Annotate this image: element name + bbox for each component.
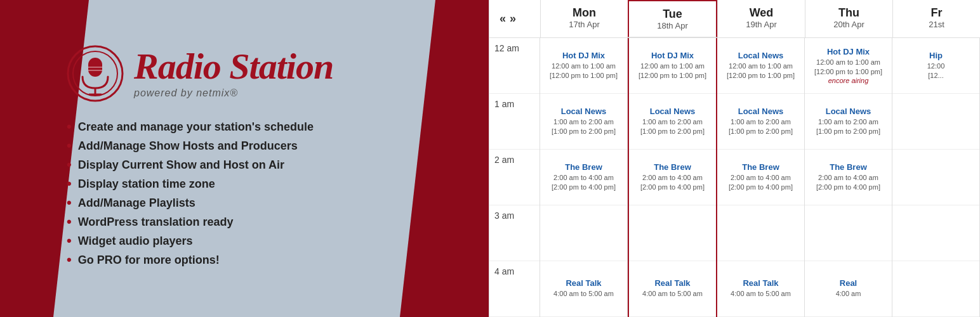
- cell-tue-2am: The Brew 2:00 am to 4:00 am [2:00 pm to …: [629, 150, 716, 205]
- show-title: Local News: [561, 107, 607, 116]
- time-3am: 3 am: [489, 205, 540, 261]
- time-12am: 12 am: [489, 38, 540, 94]
- cell-fri-1am: [892, 94, 979, 150]
- day-date-thu: 20th Apr: [808, 20, 890, 29]
- show-time: 4:00 am to 5:00 am: [553, 289, 614, 299]
- schedule-grid: Hot DJ Mix 12:00 am to 1:00 am [12:00 pm…: [540, 38, 980, 317]
- time-4am: 4 am: [489, 261, 540, 317]
- day-date-wed: 19th Apr: [720, 20, 802, 29]
- day-date-fri: 21st: [896, 20, 977, 29]
- next-week-button[interactable]: »: [510, 12, 516, 25]
- time-column: 12 am 1 am 2 am 3 am 4 am: [489, 38, 540, 317]
- cell-tue-3am: [629, 205, 716, 261]
- cell-fri-12am: Hip 12:00 [12...: [892, 38, 979, 94]
- show-title: Hot DJ Mix: [562, 51, 605, 60]
- show-title: Local News: [738, 107, 784, 116]
- show-time: 1:00 am to 2:00 am: [553, 117, 614, 127]
- show-time-alt: [12:00 pm to 1:00 pm]: [727, 71, 795, 81]
- day-col-mon: Mon 17th Apr: [540, 0, 628, 37]
- feature-item: Display station time zone: [67, 177, 314, 191]
- cell-thu-1am: Local News 1:00 am to 2:00 am [1:00 pm t…: [805, 94, 892, 150]
- show-time: 12:00 am to 1:00 am: [816, 58, 880, 67]
- cell-fri-3am: [892, 205, 979, 261]
- show-title: Hot DJ Mix: [827, 47, 870, 56]
- cell-mon-2am: The Brew 2:00 am to 4:00 am [2:00 pm to …: [540, 150, 627, 205]
- cell-thu-3am: [805, 205, 892, 261]
- powered-by-text: powered by netmix®: [134, 87, 333, 99]
- day-name-thu: Thu: [808, 6, 890, 20]
- day-col-wed: Wed 19th Apr: [717, 0, 805, 37]
- cell-thu-12am: Hot DJ Mix 12:00 am to 1:00 am [12:00 pm…: [805, 38, 892, 94]
- show-time-alt: [12:00 pm to 1:00 pm]: [550, 71, 618, 81]
- sched-col-mon: Hot DJ Mix 12:00 am to 1:00 am [12:00 pm…: [540, 38, 628, 317]
- show-time-alt: [2:00 pm to 4:00 pm]: [816, 183, 880, 192]
- show-time: 12:00 am to 1:00 am: [729, 61, 793, 71]
- day-name-wed: Wed: [720, 6, 802, 20]
- show-title: Hot DJ Mix: [651, 51, 694, 60]
- show-time-alt: [2:00 pm to 4:00 pm]: [640, 183, 705, 192]
- show-time-alt: [12:00 pm to 1:00 pm]: [814, 67, 882, 77]
- feature-item: Add/Manage Playlists: [67, 196, 314, 210]
- show-time-alt: [1:00 pm to 2:00 pm]: [816, 127, 880, 136]
- show-title: Local News: [826, 107, 871, 116]
- cell-tue-4am: Real Talk 4:00 am to 5:00 am: [629, 261, 716, 317]
- cell-mon-12am: Hot DJ Mix 12:00 am to 1:00 am [12:00 pm…: [540, 38, 627, 94]
- prev-week-button[interactable]: «: [500, 12, 506, 25]
- show-time: 2:00 am to 4:00 am: [731, 173, 791, 183]
- nav-arrows: « »: [489, 3, 540, 34]
- logo-area: Radio Station powered by netmix®: [67, 45, 333, 102]
- show-time: 2:00 am to 4:00 am: [642, 173, 703, 183]
- cell-thu-2am: The Brew 2:00 am to 4:00 am [2:00 pm to …: [805, 150, 892, 205]
- show-title: The Brew: [565, 162, 602, 172]
- show-title: Hip: [929, 51, 943, 60]
- show-time: 2:00 am to 4:00 am: [818, 173, 878, 183]
- cell-fri-2am: [892, 150, 979, 205]
- cell-fri-4am: [892, 261, 979, 317]
- feature-item: Add/Manage Show Hosts and Producers: [67, 139, 314, 153]
- show-time-alt: [12...: [928, 71, 943, 81]
- show-time: 12:00 am to 1:00 am: [552, 61, 616, 71]
- cell-wed-4am: Real Talk 4:00 am to 5:00 am: [717, 261, 804, 317]
- show-time-alt: [1:00 pm to 2:00 pm]: [640, 127, 705, 136]
- day-columns: Mon 17th Apr Tue 18th Apr Wed 19th Apr T…: [540, 0, 980, 37]
- show-time: 12:00 am to 1:00 am: [640, 61, 705, 71]
- day-col-thu: Thu 20th Apr: [805, 0, 892, 37]
- encore-label: encore airing: [828, 77, 869, 84]
- show-time-alt: [2:00 pm to 4:00 pm]: [729, 183, 793, 192]
- cell-wed-2am: The Brew 2:00 am to 4:00 am [2:00 pm to …: [717, 150, 804, 205]
- radio-station-text: Radio Station powered by netmix®: [134, 48, 333, 99]
- title-station: Station: [229, 46, 333, 87]
- cell-thu-4am: Real 4:00 am: [805, 261, 892, 317]
- schedule-header: « » Mon 17th Apr Tue 18th Apr Wed 19th A…: [489, 0, 980, 38]
- show-title: Real Talk: [654, 278, 690, 288]
- show-title: Local News: [650, 107, 696, 116]
- show-time-alt: [1:00 pm to 2:00 pm]: [552, 127, 616, 136]
- schedule-body: 12 am 1 am 2 am 3 am 4 am Hot DJ Mix 12:…: [489, 38, 980, 317]
- time-1am: 1 am: [489, 94, 540, 150]
- day-col-tue: Tue 18th Apr: [628, 0, 717, 37]
- show-time-alt: [2:00 pm to 4:00 pm]: [552, 183, 616, 192]
- sched-col-tue: Hot DJ Mix 12:00 am to 1:00 am [12:00 pm…: [628, 38, 717, 317]
- feature-item: Widget audio players: [67, 234, 314, 248]
- sched-col-thu: Hot DJ Mix 12:00 am to 1:00 am [12:00 pm…: [805, 38, 892, 317]
- show-title: The Brew: [830, 162, 867, 172]
- feature-item: Display Current Show and Host on Air: [67, 158, 314, 172]
- feature-item: WordPress translation ready: [67, 215, 314, 229]
- cell-tue-1am: Local News 1:00 am to 2:00 am [1:00 pm t…: [629, 94, 716, 150]
- show-title: Real Talk: [743, 278, 778, 288]
- features-list: Create and manage your station's schedul…: [67, 120, 314, 272]
- day-name-mon: Mon: [543, 6, 625, 20]
- time-2am: 2 am: [489, 150, 540, 205]
- sched-col-fri: Hip 12:00 [12...: [892, 38, 980, 317]
- show-time: 4:00 am to 5:00 am: [642, 289, 703, 299]
- cell-mon-1am: Local News 1:00 am to 2:00 am [1:00 pm t…: [540, 94, 627, 150]
- day-name-tue: Tue: [632, 8, 713, 21]
- show-time: 1:00 am to 2:00 am: [642, 117, 703, 127]
- show-time: 2:00 am to 4:00 am: [553, 173, 614, 183]
- show-time: 4:00 am to 5:00 am: [731, 289, 791, 299]
- cell-mon-3am: [540, 205, 627, 261]
- cell-wed-12am: Local News 12:00 am to 1:00 am [12:00 pm…: [717, 38, 804, 94]
- show-title: Local News: [738, 51, 784, 60]
- schedule-panel: « » Mon 17th Apr Tue 18th Apr Wed 19th A…: [489, 0, 980, 317]
- left-panel: Radio Station powered by netmix® Create …: [0, 0, 489, 317]
